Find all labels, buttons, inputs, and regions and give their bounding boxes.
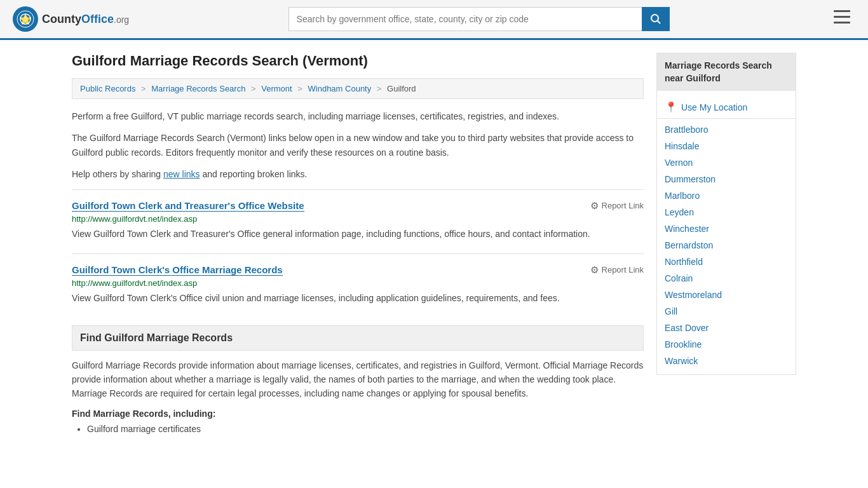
- breadcrumb-sep-1: >: [141, 84, 146, 93]
- breadcrumb-link-public-records[interactable]: Public Records: [80, 84, 135, 93]
- sidebar-item-warwick: Warwick: [657, 353, 796, 369]
- sidebar-box: Marriage Records Search near Guilford 📍 …: [656, 53, 796, 375]
- header-right: [829, 8, 855, 30]
- new-links-link[interactable]: new links: [163, 169, 200, 179]
- sidebar-list: 📍 Use My Location BrattleboroHinsdaleVer…: [657, 91, 796, 374]
- report-link-1[interactable]: ⚙ Report Link: [590, 200, 644, 212]
- site-header: ⭐ CountyOffice.org: [0, 0, 868, 40]
- sidebar-item-hinsdale: Hinsdale: [657, 138, 796, 154]
- logo-icon: ⭐: [13, 6, 38, 32]
- record-header-2: Guilford Town Clerk's Office Marriage Re…: [72, 264, 644, 276]
- breadcrumb-sep-4: >: [377, 84, 382, 93]
- intro3-pre-text: Help others by sharing: [72, 169, 163, 179]
- sidebar-link-dummerston[interactable]: Dummerston: [665, 174, 715, 184]
- sidebar-link-hinsdale[interactable]: Hinsdale: [665, 141, 699, 151]
- sidebar: Marriage Records Search near Guilford 📍 …: [656, 53, 796, 437]
- record-entry-1: Guilford Town Clerk and Treasurer's Offi…: [72, 189, 644, 251]
- svg-rect-7: [834, 16, 850, 18]
- wrench-icon-1: ⚙: [590, 200, 599, 212]
- svg-line-5: [657, 21, 660, 24]
- sidebar-item-bernardston: Bernardston: [657, 237, 796, 254]
- sidebar-item-winchester: Winchester: [657, 220, 796, 237]
- record-header-1: Guilford Town Clerk and Treasurer's Offi…: [72, 200, 644, 212]
- sidebar-title: Marriage Records Search near Guilford: [657, 53, 796, 91]
- report-link-2[interactable]: ⚙ Report Link: [590, 264, 644, 276]
- sidebar-link-winchester[interactable]: Winchester: [665, 224, 709, 234]
- breadcrumb-current: Guilford: [387, 84, 416, 93]
- breadcrumb-link-windham[interactable]: Windham County: [308, 84, 372, 93]
- bullet-item-1: Guilford marriage certificates: [87, 424, 644, 434]
- sidebar-link-bernardston[interactable]: Bernardston: [665, 240, 713, 250]
- sidebar-link-gill[interactable]: Gill: [665, 306, 677, 316]
- sidebar-item-northfield: Northfield: [657, 254, 796, 270]
- record-entry-2: Guilford Town Clerk's Office Marriage Re…: [72, 254, 644, 315]
- intro-paragraph-2: The Guilford Marriage Records Search (Ve…: [72, 131, 644, 159]
- sidebar-item-westmoreland: Westmoreland: [657, 287, 796, 303]
- search-area: [288, 7, 670, 31]
- intro-paragraph-3: Help others by sharing new links and rep…: [72, 167, 644, 181]
- records-list: Guilford Town Clerk and Treasurer's Offi…: [72, 189, 644, 315]
- sidebar-item-marlboro: Marlboro: [657, 187, 796, 204]
- sidebar-link-brattleboro[interactable]: Brattleboro: [665, 125, 708, 135]
- logo-text: CountyOffice.org: [42, 13, 129, 26]
- pin-icon: 📍: [665, 101, 677, 113]
- main-container: Guilford Marriage Records Search (Vermon…: [59, 40, 809, 449]
- logo-area: ⭐ CountyOffice.org: [13, 6, 129, 32]
- svg-rect-6: [834, 10, 850, 12]
- report-label-1: Report Link: [602, 201, 644, 210]
- menu-button[interactable]: [829, 8, 855, 30]
- sidebar-item-brattleboro: Brattleboro: [657, 121, 796, 138]
- find-section-heading: Find Guilford Marriage Records: [72, 325, 644, 351]
- main-content: Guilford Marriage Records Search (Vermon…: [72, 53, 644, 437]
- sidebar-link-marlboro[interactable]: Marlboro: [665, 191, 700, 201]
- intro3-post-text: and reporting broken links.: [200, 169, 308, 179]
- body-text-main: Guilford Marriage Records provide inform…: [72, 358, 644, 401]
- sidebar-link-leyden[interactable]: Leyden: [665, 207, 694, 217]
- sidebar-item-east-dover: East Dover: [657, 320, 796, 336]
- intro-paragraph-1: Perform a free Guilford, VT public marri…: [72, 109, 644, 123]
- svg-point-4: [651, 15, 658, 22]
- record-desc-2: View Guilford Town Clerk's Office civil …: [72, 292, 644, 305]
- find-subheading: Find Marriage Records, including:: [72, 409, 644, 419]
- page-title: Guilford Marriage Records Search (Vermon…: [72, 53, 644, 69]
- record-desc-1: View Guilford Town Clerk and Treasurer's…: [72, 227, 644, 241]
- report-label-2: Report Link: [602, 265, 644, 274]
- use-location-link[interactable]: Use My Location: [681, 102, 747, 112]
- sidebar-item-dummerston: Dummerston: [657, 171, 796, 187]
- sidebar-link-brookline[interactable]: Brookline: [665, 339, 702, 349]
- breadcrumb: Public Records > Marriage Records Search…: [72, 78, 644, 99]
- sidebar-link-east-dover[interactable]: East Dover: [665, 323, 709, 333]
- sidebar-link-colrain[interactable]: Colrain: [665, 273, 693, 283]
- breadcrumb-sep-2: >: [251, 84, 256, 93]
- svg-point-3: [23, 17, 28, 22]
- sidebar-item-gill: Gill: [657, 303, 796, 320]
- use-my-location-item[interactable]: 📍 Use My Location: [657, 96, 796, 119]
- record-title-2[interactable]: Guilford Town Clerk's Office Marriage Re…: [72, 264, 283, 276]
- search-input[interactable]: [288, 7, 642, 31]
- sidebar-item-brookline: Brookline: [657, 336, 796, 353]
- breadcrumb-sep-3: >: [297, 84, 302, 93]
- sidebar-link-vernon[interactable]: Vernon: [665, 158, 693, 168]
- bullets-list: Guilford marriage certificates: [72, 424, 644, 434]
- sidebar-item-vernon: Vernon: [657, 154, 796, 171]
- wrench-icon-2: ⚙: [590, 264, 599, 276]
- sidebar-link-warwick[interactable]: Warwick: [665, 356, 698, 366]
- sidebar-item-colrain: Colrain: [657, 270, 796, 287]
- sidebar-link-northfield[interactable]: Northfield: [665, 257, 703, 267]
- record-url-2: http://www.guilfordvt.net/index.asp: [72, 278, 644, 288]
- search-button[interactable]: [642, 7, 670, 31]
- sidebar-link-westmoreland[interactable]: Westmoreland: [665, 290, 722, 300]
- sidebar-item-leyden: Leyden: [657, 204, 796, 220]
- record-url-1: http://www.guilfordvt.net/index.asp: [72, 214, 644, 224]
- breadcrumb-link-vermont[interactable]: Vermont: [261, 84, 292, 93]
- sidebar-links-container: BrattleboroHinsdaleVernonDummerstonMarlb…: [657, 121, 796, 369]
- record-title-1[interactable]: Guilford Town Clerk and Treasurer's Offi…: [72, 200, 304, 212]
- svg-rect-8: [834, 22, 850, 24]
- breadcrumb-link-marriage-records[interactable]: Marriage Records Search: [151, 84, 245, 93]
